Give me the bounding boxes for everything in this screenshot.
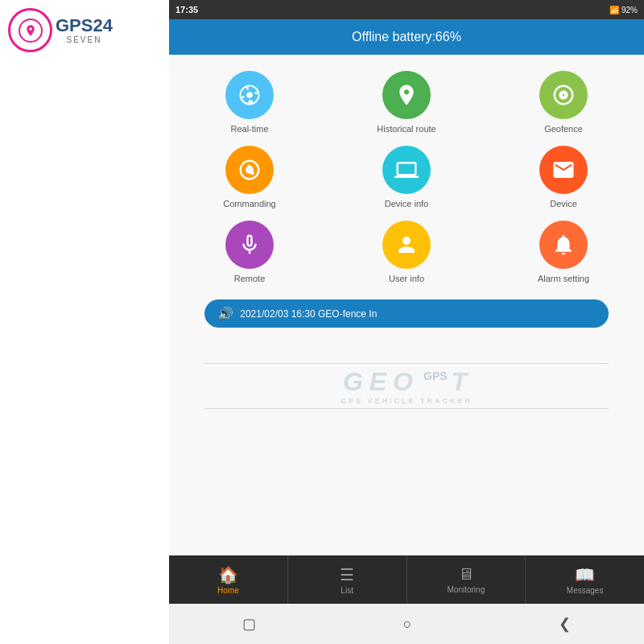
grid-item-historical-route[interactable]: Historical route [334, 71, 479, 134]
grid-item-device[interactable]: Device [491, 146, 636, 208]
brand-name-text: GEO [343, 367, 419, 397]
notification-bar[interactable]: 🔊 2021/02/03 16:30 GEO-fence In [204, 299, 609, 328]
target-icon [237, 83, 262, 107]
brand-gps-text: GPS [423, 369, 448, 382]
grid-item-user-info[interactable]: User info [334, 221, 479, 283]
geofence-icon [551, 83, 576, 107]
email-icon [551, 158, 576, 182]
list-nav-label: List [341, 586, 353, 595]
commanding-label: Commanding [223, 199, 275, 208]
logo-text: GPS24 SEVEN [56, 16, 113, 44]
list-nav-icon: ☰ [340, 565, 354, 584]
brand-t-text: T [452, 367, 471, 397]
geofence-icon-circle [539, 71, 588, 119]
historical-route-icon-circle [382, 71, 431, 119]
wifi-icon: 📶 [609, 6, 619, 14]
brand-name: GPS24 [56, 15, 113, 35]
nav-home-button[interactable]: ○ [403, 616, 412, 633]
svg-point-0 [246, 92, 253, 98]
header-title: Offline battery:66% [352, 30, 461, 44]
logo-area: GPS24 SEVEN [8, 8, 113, 52]
device-info-label: Device info [385, 199, 428, 208]
brand-subtitle: SEVEN [56, 35, 113, 44]
brand-subtitle-text: GPS VEHICLE TRACKER [204, 397, 609, 405]
device-info-icon-circle [382, 146, 431, 194]
nav-item-monitoring[interactable]: 🖥 Monitoring [407, 555, 526, 604]
messages-nav-label: Messages [567, 586, 604, 595]
nav-item-home[interactable]: 🏠 Home [169, 555, 288, 604]
home-nav-icon: 🏠 [218, 565, 238, 584]
mic-icon [237, 233, 262, 257]
alarm-icon-circle [539, 221, 588, 269]
nav-item-list[interactable]: ☰ List [288, 555, 407, 604]
logo-circle [8, 8, 52, 52]
logo-inner-circle [19, 19, 43, 43]
nav-recent-button[interactable]: ▢ [242, 615, 256, 633]
location-icon [394, 83, 419, 107]
grid-item-device-info[interactable]: Device info [334, 146, 479, 208]
nav-back-button[interactable]: ❮ [559, 615, 571, 633]
system-nav: ▢ ○ ❮ [169, 604, 644, 644]
notification-text: 2021/02/03 16:30 GEO-fence In [240, 308, 377, 320]
header-bar: Offline battery:66% [169, 19, 644, 55]
status-time: 17:35 [175, 5, 198, 14]
realtime-icon-circle [225, 71, 274, 119]
status-icons: 📶 92% [609, 6, 638, 14]
nav-item-messages[interactable]: 📖 Messages [526, 555, 644, 604]
user-info-icon-circle [382, 221, 431, 269]
battery-text: 92% [621, 6, 638, 14]
remote-label: Remote [234, 274, 266, 283]
logo-icon [24, 24, 37, 37]
device-icon-circle [539, 146, 588, 194]
grid-item-commanding[interactable]: Commanding [177, 146, 322, 208]
remote-icon-circle [225, 221, 274, 269]
grid-item-alarm-setting[interactable]: Alarm setting [491, 221, 636, 283]
monitoring-nav-label: Monitoring [448, 585, 485, 594]
alarm-setting-label: Alarm setting [538, 274, 589, 283]
laptop-icon [394, 158, 419, 182]
phone-screen: GPS24 SEVEN 17:35 📶 92% Offline battery:… [0, 0, 644, 644]
status-bar: 17:35 📶 92% [169, 0, 644, 19]
grid-item-geofence[interactable]: Geofence [491, 71, 636, 134]
brand-logo: GEO GPS T GPS VEHICLE TRACKER [204, 352, 609, 420]
user-icon [394, 233, 419, 257]
user-info-label: User info [389, 274, 424, 283]
brand-line-bottom [204, 408, 609, 409]
icon-grid: Real-time Historical route Geofenc [169, 55, 644, 291]
brand-line-top [204, 363, 609, 364]
monitoring-nav-icon: 🖥 [458, 565, 474, 584]
home-nav-label: Home [217, 586, 239, 595]
commanding-icon-circle [225, 146, 274, 194]
speaker-icon: 🔊 [217, 306, 233, 321]
bottom-nav: 🏠 Home ☰ List 🖥 Monitoring 📖 Messages [169, 555, 644, 604]
command-icon [237, 158, 262, 182]
bell-icon [551, 233, 576, 257]
historical-route-label: Historical route [377, 124, 436, 134]
grid-item-realtime[interactable]: Real-time [177, 71, 322, 134]
messages-nav-icon: 📖 [575, 565, 595, 584]
device-label: Device [550, 199, 577, 208]
realtime-label: Real-time [230, 124, 268, 134]
geofence-label: Geofence [544, 124, 583, 134]
grid-item-remote[interactable]: Remote [177, 221, 322, 283]
